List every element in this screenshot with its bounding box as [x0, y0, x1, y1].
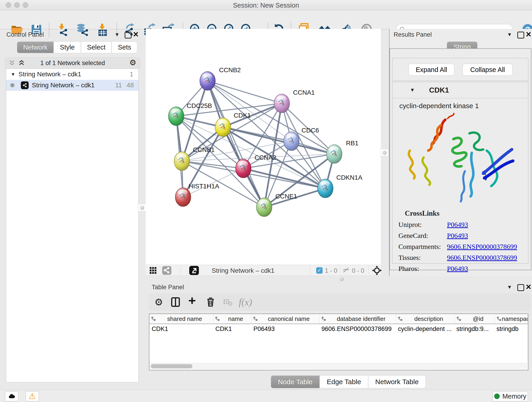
column-header-canonical-name[interactable]: canonical name [251, 314, 319, 324]
selection-status: 1 of 1 Network selected [5, 60, 140, 67]
table-cell[interactable]: stringdb:9... [454, 324, 494, 334]
column-header-label: @id [462, 315, 495, 322]
crosslink-link[interactable]: P06493 [447, 221, 468, 229]
table-panel-float-icon[interactable] [517, 284, 524, 291]
tab-sets[interactable]: Sets [112, 41, 137, 53]
collapse-all-button[interactable]: Collapse All [462, 64, 513, 76]
table-panel-close-icon[interactable]: × [526, 283, 531, 290]
warning-button[interactable]: ⚠ [26, 391, 39, 401]
crosslink-link[interactable]: P06493 [447, 265, 468, 273]
tab-network-table[interactable]: Network Table [368, 375, 426, 388]
birdseye-icon[interactable] [372, 266, 382, 275]
horizontal-splitter-handle[interactable] [340, 277, 344, 281]
table-header-row: shared namenamecanonical namedatabase id… [149, 314, 528, 324]
network-edge[interactable] [208, 81, 282, 103]
crosslink-link[interactable]: 9606.ENSP00000378699 [447, 243, 517, 250]
table-cell[interactable]: stringdb [494, 324, 527, 334]
control-panel-menu-icon[interactable]: ▼ [114, 32, 120, 37]
table-cell[interactable]: CDK1 [213, 324, 251, 334]
column-header-database-identifier[interactable]: database identifier [320, 314, 396, 324]
column-header-shared-name[interactable]: shared name [149, 314, 213, 324]
crosslink-row: Pharos:P06493 [399, 265, 528, 273]
crosslink-link[interactable]: 9606.ENSP00000378699 [447, 254, 517, 262]
shared-column-icon [398, 317, 403, 321]
column-header-label: description [403, 315, 455, 322]
results-panel-close-icon[interactable]: × [526, 31, 531, 38]
results-panel-menu-icon[interactable]: ▼ [507, 32, 512, 37]
network-collection-row[interactable]: ▼ String Network – cdk1 1 [6, 69, 138, 80]
table-cell[interactable]: 9606.ENSP00000378699 [319, 324, 396, 334]
network-node-CDKN1A[interactable]: CDKN1A [317, 174, 362, 198]
left-splitter-handle[interactable] [138, 204, 146, 211]
tab-edge-table[interactable]: Edge Table [320, 375, 368, 388]
toolbar-separator [368, 266, 369, 274]
crosslink-link[interactable]: P06493 [447, 232, 468, 240]
network-node-CDC25B[interactable]: CDC25B [168, 102, 212, 126]
results-button-box: Expand All Collapse All [392, 58, 528, 81]
memory-button[interactable]: Memory [493, 391, 528, 401]
import-network-database-icon[interactable] [76, 23, 89, 36]
column-header-label: database identifier [326, 315, 396, 322]
results-panel-title: Results Panel [394, 31, 432, 38]
table-row[interactable]: CDK1CDK1P064939606.ENSP00000378699cyclin… [149, 324, 528, 334]
results-panel-float-icon[interactable] [517, 32, 524, 38]
network-node-CCNE1[interactable]: CCNE1 [256, 193, 297, 217]
open-in-window-icon[interactable] [189, 266, 199, 275]
tab-style[interactable]: Style [54, 41, 81, 53]
hidden-eye-slash-icon[interactable] [342, 267, 350, 274]
string-network-icon [21, 81, 29, 89]
delete-table-icon[interactable] [223, 295, 232, 309]
network-canvas[interactable]: CCNB2CCNA1CDC25BCDK1CDC6RB1CCNB1CCNA2CDK… [146, 29, 381, 265]
control-panel-float-icon[interactable] [125, 32, 132, 38]
network-node-CCNB2[interactable]: CCNB2 [200, 66, 241, 90]
network-row[interactable]: String Network – cdk1 11 48 [6, 80, 138, 91]
column-header-description[interactable]: description [396, 314, 455, 324]
function-builder-icon[interactable]: f(x) [239, 295, 252, 309]
node-label: CCNA2 [254, 154, 276, 161]
add-column-icon[interactable]: + [188, 293, 196, 307]
column-header--id[interactable]: @id [455, 314, 495, 324]
selected-checkbox-icon[interactable]: ✓ [316, 267, 323, 274]
control-panel-close-icon[interactable]: × [133, 31, 138, 38]
column-header-namespace[interactable]: namespace [495, 314, 528, 324]
import-table-file-icon[interactable] [96, 23, 109, 36]
grid-view-icon[interactable] [149, 267, 157, 274]
crosslink-label: Pharos: [399, 265, 447, 273]
network-node-RB1[interactable]: RB1 [326, 140, 358, 163]
cloud-button[interactable] [5, 391, 18, 401]
table-gear-icon[interactable]: ⚙ [154, 295, 163, 309]
tab-select[interactable]: Select [81, 41, 112, 53]
node-label: RB1 [346, 140, 358, 147]
tab-network[interactable]: Network [17, 41, 54, 53]
select-columns-icon[interactable] [171, 295, 181, 309]
network-selection-header: 1 of 1 Network selected ⚙ [5, 57, 140, 69]
crosslink-label: Compartments: [399, 243, 447, 250]
table-panel-menu-icon[interactable]: ▼ [507, 285, 512, 290]
table-cell[interactable]: cyclin-dependent ... [396, 324, 454, 334]
node-label: CDC6 [302, 127, 319, 134]
collection-expander-icon[interactable]: ▼ [11, 72, 15, 77]
delete-column-icon[interactable] [206, 295, 215, 309]
network-view-icon[interactable] [162, 266, 171, 275]
gene-section-header[interactable]: ▼ CDK1 [393, 82, 528, 98]
column-header-name[interactable]: name [213, 314, 252, 324]
horizontal-scrollbar[interactable] [149, 363, 527, 369]
expand-all-button[interactable]: Expand All [409, 64, 454, 76]
gear-icon[interactable]: ⚙ [129, 58, 136, 67]
table-cell[interactable]: CDK1 [149, 324, 213, 334]
network-label: String Network – cdk1 [32, 82, 95, 89]
right-splitter-handle[interactable] [380, 149, 389, 156]
shared-column-icon [253, 317, 258, 321]
node-label: CDK1 [234, 112, 251, 119]
toolbar-separator [340, 266, 340, 274]
gene-expander-icon[interactable]: ▼ [410, 87, 415, 93]
import-network-file-icon[interactable] [57, 23, 70, 36]
table-cell[interactable]: P06493 [251, 324, 319, 334]
network-edge[interactable] [208, 81, 334, 154]
tab-node-table[interactable]: Node Table [271, 375, 320, 388]
control-panel-title: Control Panel [6, 31, 44, 38]
crosslink-row: Uniprot:P06493 [399, 221, 528, 229]
network-node-CCNA1[interactable]: CCNA1 [274, 89, 315, 113]
shared-column-icon [497, 317, 502, 321]
scrollbar-thumb[interactable] [151, 364, 192, 368]
